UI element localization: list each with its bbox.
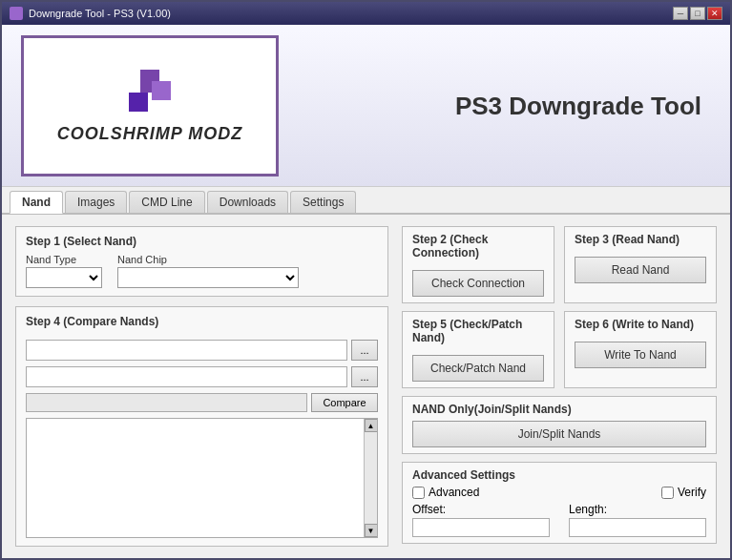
tabs-bar: Nand Images CMD Line Downloads Settings <box>2 187 730 215</box>
scroll-down-arrow[interactable]: ▼ <box>365 524 378 537</box>
window-title: Downgrade Tool - PS3 (V1.00) <box>29 8 171 19</box>
maximize-button[interactable]: □ <box>690 7 705 20</box>
logo-box: COOLSHRIMP MODZ <box>21 35 279 176</box>
svg-rect-1 <box>152 81 171 100</box>
advanced-title: Advanced Settings <box>412 468 706 482</box>
close-button[interactable]: ✕ <box>707 7 722 20</box>
step2-box: Step 2 (Check Connection) Check Connecti… <box>402 226 554 303</box>
step1-group: Step 1 (Select Nand) Nand Type Nand Chip <box>15 226 388 297</box>
advanced-section: Advanced Settings Advanced Verify Offset… <box>402 462 717 544</box>
step5-title: Step 5 (Check/Patch Nand) <box>412 318 544 344</box>
scrollbar-vertical[interactable]: ▲ ▼ <box>364 419 377 537</box>
file-row-1: ... <box>26 340 378 361</box>
tab-cmd-line[interactable]: CMD Line <box>129 191 204 213</box>
advanced-checkbox-item: Advanced <box>412 486 479 499</box>
progress-bar-container <box>26 393 307 412</box>
verify-label: Verify <box>678 486 706 499</box>
svg-rect-3 <box>140 81 152 93</box>
step1-title: Step 1 (Select Nand) <box>26 235 378 248</box>
title-bar: Downgrade Tool - PS3 (V1.00) ─ □ ✕ <box>2 2 730 25</box>
title-bar-left: Downgrade Tool - PS3 (V1.00) <box>10 7 171 20</box>
step5-box: Step 5 (Check/Patch Nand) Check/Patch Na… <box>402 311 554 388</box>
header-area: COOLSHRIMP MODZ PS3 Downgrade Tool <box>2 25 730 187</box>
steps-2-3-row: Step 2 (Check Connection) Check Connecti… <box>402 226 717 303</box>
right-panel: Step 2 (Check Connection) Check Connecti… <box>402 226 717 547</box>
file-row-2: ... <box>26 366 378 387</box>
step3-title: Step 3 (Read Nand) <box>575 233 706 246</box>
nand-type-label: Nand Type <box>26 254 102 265</box>
logo-svg <box>121 68 178 120</box>
app-icon <box>10 7 23 20</box>
step4-title: Step 4 (Compare Nands) <box>26 315 378 328</box>
main-window: Downgrade Tool - PS3 (V1.00) ─ □ ✕ COOLS… <box>0 0 732 560</box>
step4-group: Step 4 (Compare Nands) ... ... Compare <box>15 306 388 547</box>
offset-col: Offset: <box>412 503 550 537</box>
nand-type-select[interactable] <box>26 267 102 288</box>
length-label: Length: <box>569 503 706 516</box>
compare-output-area[interactable]: ▲ ▼ <box>26 418 378 538</box>
compare-button[interactable]: Compare <box>311 393 378 412</box>
check-patch-nand-button[interactable]: Check/Patch Nand <box>412 355 544 382</box>
write-to-nand-button[interactable]: Write To Nand <box>575 342 706 368</box>
browse-button-1[interactable]: ... <box>351 340 378 361</box>
length-input[interactable] <box>569 518 706 537</box>
check-connection-button[interactable]: Check Connection <box>412 270 544 297</box>
read-nand-button[interactable]: Read Nand <box>575 257 706 283</box>
offset-row: Offset: Length: <box>412 503 706 537</box>
nand-chip-label: Nand Chip <box>117 254 299 265</box>
advanced-label: Advanced <box>429 486 479 499</box>
browse-button-2[interactable]: ... <box>351 366 378 387</box>
tab-nand[interactable]: Nand <box>10 191 63 214</box>
step2-title: Step 2 (Check Connection) <box>412 233 544 259</box>
step3-box: Step 3 (Read Nand) Read Nand <box>564 226 717 303</box>
left-panel: Step 1 (Select Nand) Nand Type Nand Chip… <box>15 226 388 547</box>
advanced-checkbox[interactable] <box>412 487 425 499</box>
app-title: PS3 Downgrade Tool <box>455 91 701 120</box>
offset-input[interactable] <box>412 518 550 537</box>
step1-fields: Nand Type Nand Chip <box>26 254 378 288</box>
nand-only-title: NAND Only(Join/Split Nands) <box>412 403 706 416</box>
verify-checkbox-item: Verify <box>661 486 706 499</box>
checkbox-row: Advanced Verify <box>412 486 706 499</box>
verify-checkbox[interactable] <box>661 487 674 499</box>
svg-rect-2 <box>129 93 148 112</box>
window-controls: ─ □ ✕ <box>673 7 722 20</box>
tab-settings[interactable]: Settings <box>290 191 356 213</box>
tab-images[interactable]: Images <box>65 191 127 213</box>
file-input-1[interactable] <box>26 340 347 361</box>
step6-box: Step 6 (Write to Nand) Write To Nand <box>564 311 717 388</box>
step6-title: Step 6 (Write to Nand) <box>575 318 706 331</box>
tab-downloads[interactable]: Downloads <box>207 191 288 213</box>
file-input-2[interactable] <box>26 366 347 387</box>
join-split-nands-button[interactable]: Join/Split Nands <box>412 421 706 447</box>
steps-5-6-row: Step 5 (Check/Patch Nand) Check/Patch Na… <box>402 311 717 388</box>
scroll-up-arrow[interactable]: ▲ <box>365 419 378 432</box>
length-col: Length: <box>569 503 706 537</box>
offset-label: Offset: <box>412 503 550 516</box>
nand-type-col: Nand Type <box>26 254 102 288</box>
main-content: Step 1 (Select Nand) Nand Type Nand Chip… <box>2 215 730 558</box>
nand-only-box: NAND Only(Join/Split Nands) Join/Split N… <box>402 396 717 454</box>
logo-content: COOLSHRIMP MODZ <box>57 68 242 144</box>
progress-row: Compare <box>26 393 378 412</box>
nand-chip-col: Nand Chip <box>117 254 299 288</box>
logo-text: COOLSHRIMP MODZ <box>57 124 242 144</box>
minimize-button[interactable]: ─ <box>673 7 688 20</box>
nand-chip-select[interactable] <box>117 267 299 288</box>
